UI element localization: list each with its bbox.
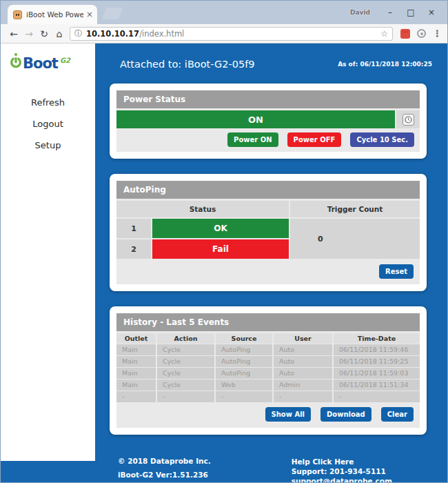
tab-title: iBoot Web Power Switch (26, 10, 83, 19)
history-table-row: - - - - - (116, 391, 420, 402)
copyright-text: © 2018 Dataprobe Inc. (118, 457, 211, 465)
reload-icon[interactable]: ↻ (37, 29, 52, 39)
browser-tab[interactable]: iBoot Web Power Switch × (8, 5, 97, 24)
autoping-status-fail: Fail (152, 239, 289, 259)
power-state-indicator: ON (116, 110, 395, 128)
support-phone: Support: 201-934-5111 (292, 466, 392, 476)
page-info-icon[interactable]: ⓘ (74, 28, 82, 39)
clear-button[interactable]: Clear (381, 407, 414, 422)
iboot-logo: Boot G2 (9, 53, 95, 71)
power-on-button[interactable]: Power ON (227, 132, 278, 147)
help-link[interactable]: Help Click Here (292, 457, 392, 466)
support-email: support@dataprobe.com (292, 476, 392, 483)
autoping-status-ok: OK (152, 219, 289, 238)
autoping-trigger-header: Trigger Count (290, 201, 420, 217)
history-cell: Auto (274, 356, 332, 367)
logo-text: Boot (23, 57, 58, 71)
minimize-button[interactable]: – (380, 1, 400, 24)
history-cell: Auto (274, 344, 332, 355)
autoping-title: AutoPing (116, 181, 420, 199)
download-button[interactable]: Download (320, 407, 371, 422)
history-cell: 06/11/2018 11:59:25 (334, 356, 420, 367)
history-cell: Main (116, 368, 156, 379)
browser-titlebar: iBoot Web Power Switch × David – □ × (1, 1, 447, 24)
reset-button[interactable]: Reset (379, 264, 414, 279)
bookmark-star-icon[interactable]: ☆ (380, 29, 388, 39)
show-all-button[interactable]: Show All (265, 407, 312, 422)
power-status-card: Power Status ON (110, 83, 427, 159)
history-cell: - (157, 391, 214, 402)
history-title: History - Last 5 Events (116, 313, 420, 331)
history-cell: Auto (274, 368, 332, 379)
history-table-row: Main Cycle AutoPing Auto 06/11/2018 11:5… (116, 344, 420, 355)
new-tab-button[interactable] (102, 8, 123, 19)
history-col-timedate: Time-Date (334, 333, 420, 344)
browser-menu-icon[interactable]: ⋮ (433, 28, 442, 39)
history-col-action: Action (157, 333, 214, 344)
page-content: Boot G2 Refresh Logout Setup Attached to… (1, 43, 447, 483)
history-cell: Admin (274, 379, 332, 391)
history-col-outlet: Outlet (116, 333, 156, 344)
history-cell: - (116, 391, 156, 402)
history-cell: Main (116, 344, 156, 355)
history-cell: AutoPing (216, 344, 272, 355)
page-title: Attached to: iBoot-G2-05f9 (120, 59, 255, 70)
page-footer: © 2018 Dataprobe Inc. iBoot-G2 Ver:1.51.… (118, 457, 392, 483)
autoping-card: AutoPing Status Trigger Count 1 OK 2 (110, 174, 427, 291)
autoping-row-1: 1 OK (116, 219, 289, 238)
history-card: History - Last 5 Events Outlet Action So… (110, 306, 427, 435)
sidebar-item-refresh[interactable]: Refresh (1, 97, 95, 108)
outlet-favicon-icon (13, 10, 22, 19)
tab-close-icon[interactable]: × (86, 10, 93, 19)
cycle-button[interactable]: Cycle 10 Sec. (350, 132, 414, 147)
history-col-source: Source (216, 333, 272, 344)
history-cell: 06/11/2018 11:59:46 (334, 344, 420, 355)
history-header-row: Outlet Action Source User Time-Date (116, 333, 420, 344)
clock-icon[interactable] (403, 114, 414, 126)
profile-name: David (350, 9, 370, 16)
history-table-row: Main Cycle AutoPing Auto 06/11/2018 11:5… (116, 356, 420, 367)
forward-icon[interactable]: → (21, 29, 37, 39)
sidebar-item-logout[interactable]: Logout (1, 119, 95, 129)
history-cell: Main (116, 379, 156, 391)
power-off-button[interactable]: Power OFF (287, 132, 342, 147)
maximize-button[interactable]: □ (400, 1, 421, 24)
history-table-row: Main Cycle AutoPing Auto 06/11/2018 11:5… (116, 368, 420, 379)
logo-g2-label: G2 (60, 57, 70, 64)
history-cell: 06/11/2018 11:51:34 (334, 379, 420, 391)
autoping-trigger-cell: 0 (290, 219, 420, 259)
history-cell: - (334, 391, 420, 402)
address-bar[interactable]: ⓘ 10.10.10.17 /index.html ☆ (70, 27, 393, 41)
history-cell: - (216, 391, 272, 402)
history-cell: AutoPing (216, 356, 272, 367)
browser-toolbar: ← → ↻ ⌂ ⓘ 10.10.10.17 /index.html ☆ ⋮ (1, 24, 447, 43)
history-cell: Web (216, 379, 272, 391)
history-cell: - (274, 391, 332, 402)
power-timer-cell (396, 110, 420, 128)
close-button[interactable]: × (421, 1, 442, 24)
history-cell: AutoPing (216, 368, 272, 379)
firmware-version: iBoot-G2 Ver:1.51.236 (118, 471, 211, 479)
history-col-user: User (274, 333, 332, 344)
history-cell: Cycle (157, 379, 214, 391)
url-host: 10.10.10.17 (86, 29, 139, 39)
url-path: /index.html (139, 29, 184, 39)
extension-icon-red[interactable] (400, 29, 410, 39)
autoping-status-header: Status (116, 201, 289, 217)
autoping-row-number: 2 (116, 239, 151, 259)
history-cell: 06/11/2018 11:59:03 (334, 368, 420, 379)
power-status-title: Power Status (116, 90, 420, 108)
browser-window: iBoot Web Power Switch × David – □ × ← →… (0, 0, 448, 483)
sidebar: Boot G2 Refresh Logout Setup (1, 43, 95, 461)
history-cell: Main (116, 356, 156, 367)
extension-icon-swirl[interactable] (417, 29, 426, 38)
history-cell: Cycle (157, 356, 214, 367)
history-cell: Cycle (157, 344, 214, 355)
history-table-row: Main Cycle Web Admin 06/11/2018 11:51:34 (116, 379, 420, 391)
history-cell: Cycle (157, 368, 214, 379)
home-icon[interactable]: ⌂ (52, 29, 67, 39)
back-icon[interactable]: ← (6, 29, 21, 39)
trigger-count-value: 0 (318, 235, 323, 244)
as-of-timestamp: As of: 06/11/2018 12:00:25 (338, 61, 432, 68)
sidebar-item-setup[interactable]: Setup (1, 140, 95, 150)
